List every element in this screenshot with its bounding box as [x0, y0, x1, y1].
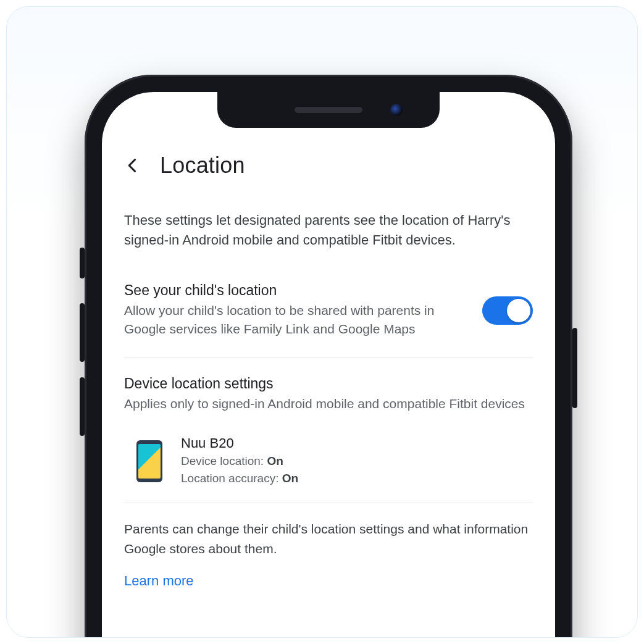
power-button — [572, 328, 577, 408]
chevron-left-icon — [124, 157, 141, 174]
share-location-setting[interactable]: See your child's location Allow your chi… — [124, 282, 533, 358]
device-text-block: Nuu B20 Device location: On Location acc… — [181, 435, 533, 487]
volume-up-button — [80, 303, 85, 362]
device-location-status: Device location: On — [181, 453, 533, 470]
device-name: Nuu B20 — [181, 435, 533, 451]
device-accuracy-value: On — [282, 472, 298, 485]
setting-title: See your child's location — [124, 282, 470, 299]
intro-text: These settings let designated parents se… — [124, 211, 533, 250]
mute-switch — [80, 248, 85, 278]
phone-icon — [136, 440, 162, 482]
phone-notch — [217, 92, 440, 128]
device-row[interactable]: Nuu B20 Device location: On Location acc… — [124, 430, 533, 503]
setting-text-block: See your child's location Allow your chi… — [124, 282, 470, 339]
share-location-toggle[interactable] — [482, 296, 533, 325]
page-header: Location — [124, 148, 533, 193]
toggle-knob — [507, 299, 530, 322]
back-button[interactable] — [124, 157, 141, 174]
speaker-grille — [295, 107, 362, 113]
page-title: Location — [160, 153, 245, 178]
phone-frame: Location These settings let designated p… — [85, 75, 572, 638]
phone-screen: Location These settings let designated p… — [102, 92, 555, 638]
device-accuracy-label: Location accuracy: — [181, 472, 278, 485]
volume-down-button — [80, 377, 85, 436]
device-location-value: On — [267, 454, 283, 467]
front-camera — [390, 104, 403, 116]
device-section-title: Device location settings — [124, 375, 533, 392]
screen-content: Location These settings let designated p… — [102, 148, 555, 589]
device-location-label: Device location: — [181, 454, 264, 467]
product-card: Location These settings let designated p… — [6, 6, 638, 638]
device-accuracy-status: Location accuracy: On — [181, 470, 533, 487]
learn-more-link[interactable]: Learn more — [124, 573, 194, 589]
device-section-description: Applies only to signed-in Android mobile… — [124, 395, 533, 413]
setting-description: Allow your child's location to be shared… — [124, 301, 470, 339]
device-location-section: Device location settings Applies only to… — [124, 358, 533, 590]
footer-note: Parents can change their child's locatio… — [124, 519, 533, 558]
